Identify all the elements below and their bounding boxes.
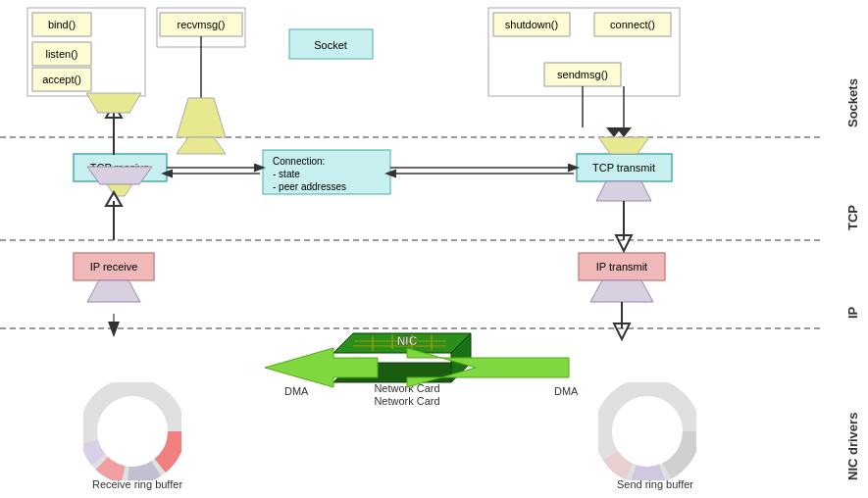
svg-marker-70 [614,324,630,339]
svg-text:NIC: NIC [397,334,418,348]
svg-text:bind(): bind() [48,19,76,30]
svg-marker-35 [451,333,471,382]
svg-text:Connection:: Connection: [273,156,325,167]
svg-text:listen(): listen() [45,48,77,60]
svg-marker-64 [86,93,141,113]
svg-text:IP transmit: IP transmit [596,261,647,273]
svg-marker-49 [177,98,226,137]
send-ring-buffer [598,382,696,480]
svg-text:Socket: Socket [314,39,347,51]
svg-rect-30 [74,253,154,280]
svg-marker-68 [590,280,653,302]
svg-text:connect(): connect() [610,19,655,30]
dma-right-label: DMA [554,385,578,397]
svg-marker-60 [106,192,122,206]
svg-marker-71 [265,348,378,387]
svg-marker-55 [598,137,649,154]
svg-marker-53 [616,127,632,137]
svg-marker-34 [333,363,471,382]
send-ring-label: Send ring buffer [606,478,704,490]
nic-label: NIC drivers [845,353,860,480]
receive-ring-buffer [83,382,181,480]
svg-text:TCP receive: TCP receive [90,162,149,174]
svg-text:shutdown(): shutdown() [505,19,558,30]
svg-rect-20 [544,63,621,86]
tcp-label: TCP [845,152,860,230]
svg-marker-54 [606,127,622,137]
svg-rect-18 [594,13,671,36]
svg-marker-72 [407,348,569,387]
svg-text:TCP transmit: TCP transmit [592,162,655,174]
svg-marker-67 [616,235,632,251]
svg-marker-36 [333,333,471,353]
svg-rect-10 [160,13,242,36]
svg-text:accept(): accept() [42,74,81,85]
svg-rect-12 [32,42,91,66]
svg-rect-5 [488,8,680,96]
svg-marker-50 [177,137,226,154]
svg-point-87 [622,406,673,457]
sockets-label: Sockets [845,29,860,127]
svg-rect-6 [289,29,373,59]
svg-marker-65 [596,181,651,201]
svg-text:Network Card: Network Card [374,382,439,394]
svg-rect-24 [577,154,672,181]
svg-rect-26 [263,150,390,194]
svg-text:- peer addresses: - peer addresses [273,181,346,192]
svg-rect-4 [157,8,245,47]
svg-point-82 [107,406,158,457]
svg-rect-32 [579,253,665,280]
network-stack-diagram: Socket bind() recvmsg() listen() accept(… [0,0,868,498]
svg-marker-63 [106,104,122,118]
svg-rect-16 [493,13,570,36]
ip-label: IP [845,255,860,319]
svg-rect-22 [74,154,167,181]
dma-left-label: DMA [284,385,308,397]
svg-marker-57 [87,280,140,302]
svg-rect-3 [27,8,145,96]
svg-text:- state: - state [273,169,300,179]
svg-marker-61 [87,167,152,184]
receive-ring-label: Receive ring buffer [88,478,186,490]
svg-rect-14 [32,68,91,91]
svg-text:sendmsg(): sendmsg() [557,69,608,80]
svg-text:IP receive: IP receive [90,261,138,273]
svg-text:recvmsg(): recvmsg() [178,19,226,30]
svg-rect-8 [32,13,91,36]
svg-marker-56 [105,181,134,196]
network-card-label: Network Card [363,395,451,407]
